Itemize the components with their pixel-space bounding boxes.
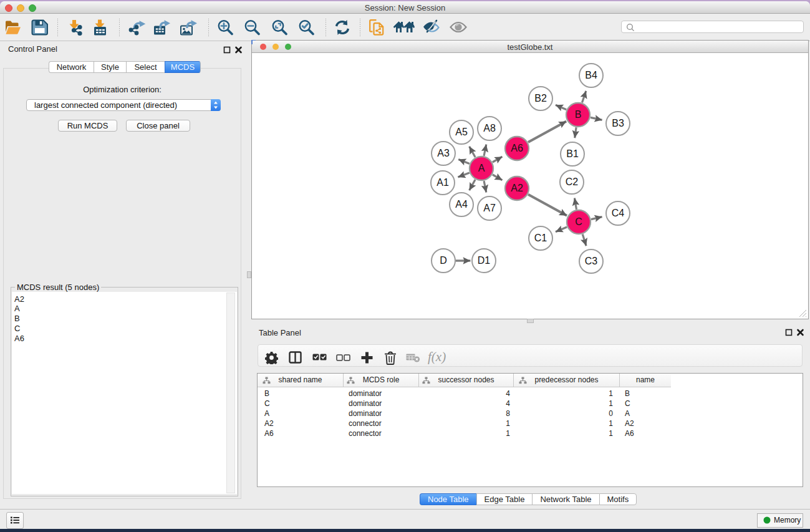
- svg-text:D: D: [440, 255, 447, 266]
- svg-text:A1: A1: [436, 177, 449, 188]
- svg-text:A8: A8: [483, 123, 496, 133]
- svg-text:B3: B3: [612, 118, 624, 128]
- svg-text:A2: A2: [511, 183, 523, 193]
- svg-text:C4: C4: [612, 208, 625, 218]
- svg-text:A: A: [478, 163, 485, 173]
- svg-text:C2: C2: [566, 177, 579, 187]
- svg-text:D1: D1: [478, 255, 491, 266]
- svg-text:C1: C1: [534, 233, 547, 243]
- svg-text:B1: B1: [566, 148, 579, 159]
- svg-text:B: B: [575, 109, 582, 120]
- svg-text:A6: A6: [511, 143, 523, 153]
- svg-text:C3: C3: [585, 256, 598, 266]
- svg-text:A3: A3: [437, 148, 450, 158]
- svg-text:A4: A4: [455, 199, 468, 210]
- svg-text:B4: B4: [585, 70, 597, 80]
- svg-text:A7: A7: [483, 203, 496, 213]
- svg-text:B2: B2: [534, 93, 547, 104]
- svg-text:A5: A5: [455, 127, 468, 137]
- svg-text:C: C: [575, 216, 582, 227]
